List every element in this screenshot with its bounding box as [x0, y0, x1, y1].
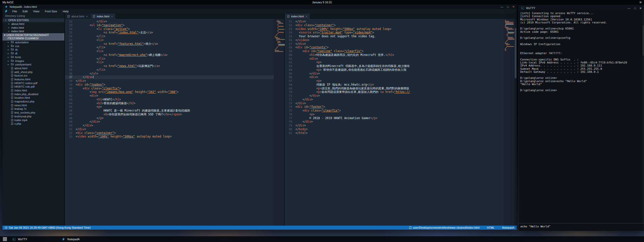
code-line[interactable]: 80</body> — [285, 127, 504, 131]
code-line[interactable]: 48 </p> — [65, 116, 274, 120]
code-line[interactable]: 52<div class="container"> — [65, 131, 274, 135]
statusbar-language-mode[interactable]: HTML — [487, 226, 495, 229]
code-line[interactable]: 28 <a href="features.html">簡介</a> — [65, 42, 274, 46]
code-line[interactable]: 27 <li> — [65, 38, 274, 42]
tree-file-favicon.ico[interactable]: favicon.ico — [3, 74, 64, 78]
code-line[interactable]: 47 <b>你知道我們全線伺服器已轉用 SSD 了嗎?</b></span> — [65, 113, 274, 116]
maximize-button[interactable]: □ — [507, 5, 509, 8]
code-line[interactable]: 24 <li class="active"> — [65, 27, 274, 31]
code-line[interactable]: 81</html> — [285, 131, 504, 135]
close-icon[interactable]: × — [8, 26, 10, 29]
code-line[interactable]: 29 </li> — [65, 46, 274, 49]
tree-folder-images[interactable]: ▸images — [3, 59, 64, 63]
code-line[interactable]: 75 <div class="clearfix"> — [285, 109, 504, 113]
tree-file-trailer.mp4[interactable]: trailer.mp4 — [3, 118, 64, 122]
scrollbar-track[interactable] — [642, 10, 644, 223]
menu-edit[interactable]: Edit — [20, 10, 30, 13]
tree-root-item[interactable]: ▾ USER:/DESKTOP/SCREENSHOT /TEST/WWW CLE… — [3, 33, 64, 41]
hamburger-menu-icon[interactable]: ≡ — [639, 1, 641, 4]
open-editors-header[interactable]: ▾ OPEN EDITORS — [3, 18, 64, 22]
close-button[interactable]: × — [639, 6, 641, 10]
code-line[interactable]: 41 <img src="images/box.png" height="342… — [65, 90, 274, 94]
tree-file-index.php_disabled[interactable]: index.php_disabled — [3, 92, 64, 96]
os-brand-button[interactable]: My ArOZ — [3, 1, 13, 4]
tree-file-HKWTC notice.pdf[interactable]: HKWTC notice.pdf — [3, 81, 64, 85]
tree-folder-autostation[interactable]: ▸autostation — [3, 41, 64, 44]
scrollbar-handle[interactable] — [515, 28, 516, 78]
close-icon[interactable]: × — [305, 15, 307, 18]
tree-file-news.html[interactable]: news.html — [3, 103, 64, 107]
code-line[interactable]: 33 <li> — [65, 60, 274, 64]
code-line[interactable]: 68 伺服器 IP 地址為: mcs.hkwtc.org</p> — [285, 83, 504, 87]
tree-file-add_vhost.php[interactable]: add_vhost.php — [3, 70, 64, 74]
code-line[interactable]: 72 </div> — [285, 98, 504, 101]
close-icon[interactable]: × — [8, 22, 10, 25]
tree-file-mapredirect.php[interactable]: mapredirect.php — [3, 100, 64, 103]
start-menu-button[interactable] — [3, 237, 7, 241]
code-line[interactable]: 38</div> — [65, 79, 274, 83]
minimap-left[interactable] — [274, 19, 284, 226]
code-line[interactable]: 25 <a href="index.html">主頁</a> — [65, 31, 274, 34]
code-line[interactable]: 37 </div> — [65, 75, 274, 79]
code-line[interactable]: 60 <h1>特別為建築及鐵路而設,現代化的 Minecraft 世界.</h1… — [285, 53, 504, 57]
code-line[interactable]: 76 <p> — [285, 113, 504, 116]
code-line[interactable]: 30 <li> — [65, 49, 274, 53]
code-line[interactable]: 45 <p> — [65, 105, 274, 109]
code-line[interactable]: 44 <h2>香港的建築伺服器</h2> — [65, 101, 274, 105]
tree-file-features.html[interactable]: features.html — [3, 78, 64, 81]
code-line[interactable]: 58<div id="contents"> — [285, 46, 504, 49]
taskbar-item-wstty[interactable]: >_WsTTY — [11, 236, 61, 242]
code-line[interactable]: 23 <ul id="navigation"> — [65, 23, 274, 27]
code-line[interactable]: 61 <div> — [285, 57, 504, 61]
minimize-button[interactable]: — — [628, 7, 630, 10]
tree-file-location.html[interactable]: location.html — [3, 96, 64, 100]
tab-about.html[interactable]: about.html× — [65, 14, 90, 19]
code-line[interactable]: 65 </div> — [285, 72, 504, 76]
code-line[interactable]: 51</div> — [65, 127, 274, 131]
code-line[interactable]: 62 <p> — [285, 60, 504, 64]
menu-font-size[interactable]: Font Size — [42, 10, 60, 13]
code-line[interactable]: 78 </div> — [285, 120, 504, 124]
terminal-input[interactable] — [520, 225, 642, 228]
code-line[interactable]: 46 HKWTC 是一個 Minecraft 的建築伺服器,主要建築計劃包括鐵路 — [65, 109, 274, 113]
code-line[interactable]: 34 <a href="news.html">玩家傳送門</a> — [65, 64, 274, 68]
terminal-output[interactable]: [info] Conencting to arozos WsTTY servic… — [519, 10, 644, 223]
code-line[interactable]: 26 </li> — [65, 34, 274, 38]
minimap-right[interactable] — [504, 19, 514, 226]
code-line[interactable]: 74<div id="footer"> — [285, 105, 504, 109]
code-line[interactable]: 70 <p>如有問題或需要申請白名單,歡迎加入我們的 <a href="http… — [285, 90, 504, 94]
code-line[interactable]: 73</div> — [285, 101, 504, 105]
minimize-button[interactable]: — — [501, 5, 503, 8]
scrollbar-handle[interactable] — [643, 25, 643, 56]
code-line[interactable]: 52<div class="container"> — [285, 23, 504, 27]
code-line[interactable]: 43 <h1>HKWTC</h1> — [65, 98, 274, 101]
scrollbar-track[interactable] — [514, 19, 517, 226]
tree-file-about.html[interactable]: about.html — [3, 66, 64, 70]
code-line[interactable]: 49 </div> — [65, 120, 274, 124]
code-line[interactable]: 40 <div class="clearfix"> — [65, 87, 274, 90]
code-line[interactable]: 39<div id="topbox"> — [65, 83, 274, 87]
menu-help[interactable]: Help — [60, 10, 72, 13]
close-button[interactable]: × — [512, 5, 514, 9]
tree-folder-dc[interactable]: ▸dc — [3, 48, 64, 52]
close-icon[interactable]: × — [86, 15, 87, 18]
code-line[interactable]: 71 </div> — [285, 94, 504, 98]
code-line[interactable]: 32 </li> — [65, 57, 274, 61]
tree-folder-dl[interactable]: ▸dl — [3, 52, 64, 55]
code-line[interactable]: 22 </div> — [65, 20, 274, 23]
wstty-titlebar[interactable]: >_ WsTTY — □ × — [519, 6, 644, 10]
code-line[interactable]: 57</div> — [285, 42, 504, 46]
code-line[interactable]: 66 <div> — [285, 75, 504, 79]
code-line[interactable]: 51</div> — [285, 20, 504, 23]
code-line[interactable]: 55 Your browser does not support the vid… — [285, 34, 504, 38]
tree-folder-yamlyamlaml[interactable]: ▸yamlyamlaml — [3, 63, 64, 66]
code-line[interactable]: 53<video width="100%" height="500px" aut… — [285, 27, 504, 31]
open-editor-item[interactable]: ×index.html — [3, 29, 64, 33]
code-line[interactable]: 64 <p> 即使你不是建築師,你也能透過紅石師或鐵路工程師的身份加入我 — [285, 68, 504, 72]
tree-file-HKWTC rule.pdf[interactable]: HKWTC rule.pdf — [3, 85, 64, 89]
code-line[interactable]: 50 </div> — [65, 124, 274, 127]
code-line[interactable]: 69 <p>請注意,我們的伺服器為確保玩家及遊玩時的質素,我們對的服務開放 — [285, 87, 504, 90]
close-icon[interactable]: × — [111, 15, 113, 18]
tab-index.html[interactable]: index.html× — [90, 14, 116, 19]
code-editor-left[interactable]: 22 </div>23 <ul id="navigation">24 <li c… — [65, 19, 274, 226]
